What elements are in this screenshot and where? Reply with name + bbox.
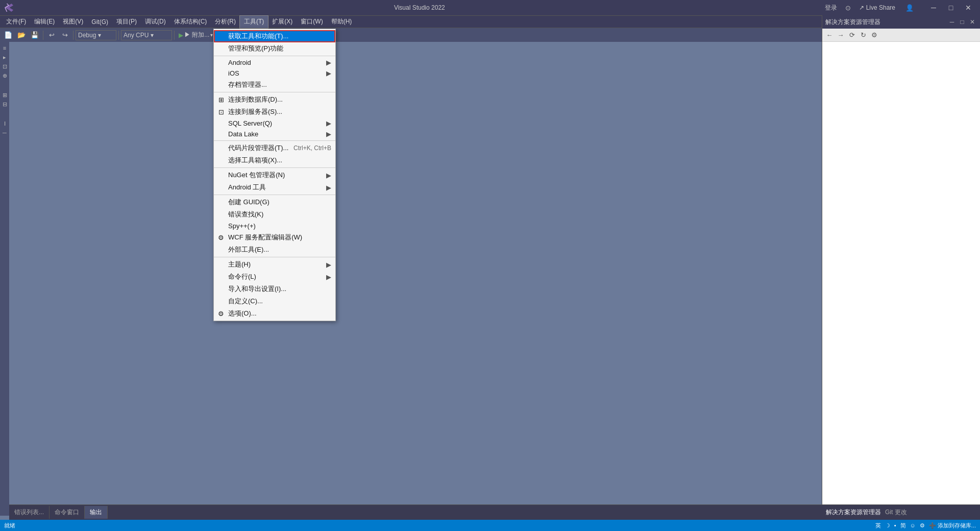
menu-item-window[interactable]: 窗口(W) [297,16,327,28]
tb-save[interactable]: 💾 [29,30,41,41]
status-moon: ☽ [885,522,890,529]
menu-item-create-guid[interactable]: 创建 GUID(G) [214,196,335,208]
menu-item-help[interactable]: 帮助(H) [327,16,356,28]
panel-float-button[interactable]: □ [958,17,967,27]
minimize-button[interactable]: ─ [926,3,941,13]
menu-item-tools[interactable]: 工具(T) [240,16,268,28]
menu-item-external-tools[interactable]: 外部工具(E)... [214,244,335,256]
menu-item-error-lookup[interactable]: 错误查找(K) [214,208,335,221]
menu-item-theme[interactable]: 主题(H) ▶ [214,258,335,271]
theme-label: 主题(H) [228,260,251,269]
menu-item-project[interactable]: 项目(P) [112,16,141,28]
connect-db-icon: ⊞ [216,96,226,104]
wcf-editor-label: WCF 服务配置编辑器(W) [228,233,302,242]
menu-item-nuget[interactable]: NuGet 包管理器(N) ▶ [214,169,335,181]
sidebar-icon-5[interactable]: ⊞ [1,91,9,99]
status-dot: • [894,522,896,528]
sidebar-icon-3[interactable]: ⊡ [1,62,9,70]
panel-tb-settings[interactable]: ⚙ [869,30,879,40]
menu-item-debug[interactable]: 调试(D) [141,16,170,28]
theme-arrow: ▶ [326,261,331,269]
tb-open[interactable]: 📂 [15,30,28,41]
status-emoji[interactable]: ☺ [910,522,916,528]
menu-item-android-tools[interactable]: Android 工具 ▶ [214,181,335,194]
maximize-button[interactable]: □ [943,3,959,13]
menu-item-spy[interactable]: Spy++(+) [214,221,335,231]
tb-config-dropdown[interactable]: Debug ▾ [76,30,116,40]
menu-item-system[interactable]: 体系结构(C) [170,16,211,28]
sidebar-icon-6[interactable]: ⊟ [1,100,9,108]
menu-item-snippet-manager[interactable]: 代码片段管理器(T)... Ctrl+K, Ctrl+B [214,142,335,154]
tab-output[interactable]: 输出 [85,506,108,519]
sidebar-icon-8[interactable]: ─ [1,129,9,137]
menu-item-storage-manager[interactable]: 存档管理器... [214,79,335,91]
sidebar-icon-2[interactable]: ▸ [1,53,9,61]
status-bar: 就绪 英 ☽ • 简 ☺ ⚙ ➕ 添加到存储库... [0,520,980,531]
nuget-arrow: ▶ [326,172,331,179]
menu-item-git[interactable]: Git(G) [87,16,112,28]
menu-item-wcf-editor[interactable]: ⚙ WCF 服务配置编辑器(W) [214,231,335,244]
menu-section-1: 获取工具和功能(T)... 管理和预览(P)功能 [214,29,335,56]
tb-undo[interactable]: ↩ [45,30,58,41]
menu-item-connect-db[interactable]: ⊞ 连接到数据库(D)... [214,93,335,106]
cmdline-label: 命令行(L) [228,272,256,281]
import-export-label: 导入和导出设置(I)... [228,284,286,294]
panel-tb-refresh[interactable]: ↻ [858,30,868,40]
menu-item-customize[interactable]: 自定义(C)... [214,295,335,307]
menu-item-cmdline[interactable]: 命令行(L) ▶ [214,271,335,283]
data-lake-label: Data Lake [228,130,258,138]
status-settings[interactable]: ⚙ [920,522,925,529]
close-button[interactable]: ✕ [961,3,976,13]
status-right: 英 ☽ • 简 ☺ ⚙ ➕ 添加到存储库... [875,522,976,529]
tab-solution-explorer[interactable]: 解决方案资源管理器 [826,508,881,517]
sidebar-icon-1[interactable]: ≡ [1,44,9,52]
panel-close-button[interactable]: ✕ [968,17,977,27]
status-encoding[interactable]: 简 [900,522,906,529]
tab-cmd[interactable]: 命令窗口 [50,506,85,519]
menu-item-analyze[interactable]: 分析(R) [211,16,240,28]
signin-button[interactable]: 登录 [825,4,837,12]
toolbar-sep-4 [174,31,175,40]
menu-item-data-lake[interactable]: Data Lake ▶ [214,129,335,139]
nuget-label: NuGet 包管理器(N) [228,171,285,180]
run-icon: ▶ [179,32,183,39]
status-lang[interactable]: 英 [875,522,881,529]
menu-item-options[interactable]: ⚙ 选项(O)... [214,307,335,320]
tb-redo[interactable]: ↪ [59,30,71,41]
menu-item-toolbox-choice[interactable]: 选择工具箱项(X)... [214,154,335,166]
sidebar-icon-7[interactable]: Ⅰ [1,119,9,128]
menu-item-view[interactable]: 视图(V) [59,16,87,28]
panel-minimize-button[interactable]: ─ [947,17,957,27]
panel-title: 解决方案资源管理器 [825,18,945,27]
run-dropdown-arrow: ▾ [210,32,213,38]
connect-server-icon: ⊡ [216,108,226,116]
panel-controls: ─ □ ✕ [947,17,977,27]
menu-item-file[interactable]: 文件(F) [2,16,30,28]
panel-tb-sync[interactable]: ⟳ [847,30,857,40]
panel-tb-forward[interactable]: → [836,30,846,40]
panel-tb-back[interactable]: ← [824,30,835,40]
tb-new[interactable]: 📄 [2,30,14,41]
menu-item-manage-preview[interactable]: 管理和预览(P)功能 [214,42,335,55]
menu-item-import-export[interactable]: 导入和导出设置(I)... [214,283,335,295]
tb-platform-dropdown[interactable]: Any CPU ▾ [121,30,172,40]
menu-item-extend[interactable]: 扩展(X) [268,16,297,28]
tab-error-list[interactable]: 错误列表... [9,506,50,519]
options-label: 选项(O)... [228,309,257,318]
menu-section-4: 代码片段管理器(T)... Ctrl+K, Ctrl+B 选择工具箱项(X)..… [214,140,335,167]
menu-item-android[interactable]: Android ▶ [214,57,335,68]
left-sidebar: ≡ ▸ ⊡ ⊕ ⊞ ⊟ Ⅰ ─ [0,42,9,516]
live-share-button[interactable]: ↗ Live Share [859,4,895,11]
menu-item-connect-server[interactable]: ⊡ 连接到服务器(S)... [214,106,335,118]
menu-item-get-tools[interactable]: 获取工具和功能(T)... [214,30,335,42]
sidebar-icon-4[interactable]: ⊕ [1,71,9,80]
tab-git-changes[interactable]: Git 更改 [885,508,907,517]
menu-item-ios[interactable]: iOS ▶ [214,68,335,79]
tb-run-button[interactable]: ▶ ▶ 附加... ▾ [177,30,215,40]
menu-section-5: NuGet 包管理器(N) ▶ Android 工具 ▶ [214,167,335,195]
status-repo[interactable]: ➕ 添加到存储库... [929,522,976,529]
menu-item-edit[interactable]: 编辑(E) [30,16,59,28]
bottom-panel: 错误列表... 命令窗口 输出 [9,504,822,520]
snippet-shortcut: Ctrl+K, Ctrl+B [293,144,331,152]
menu-item-sql-server[interactable]: SQL Server(Q) ▶ [214,118,335,129]
